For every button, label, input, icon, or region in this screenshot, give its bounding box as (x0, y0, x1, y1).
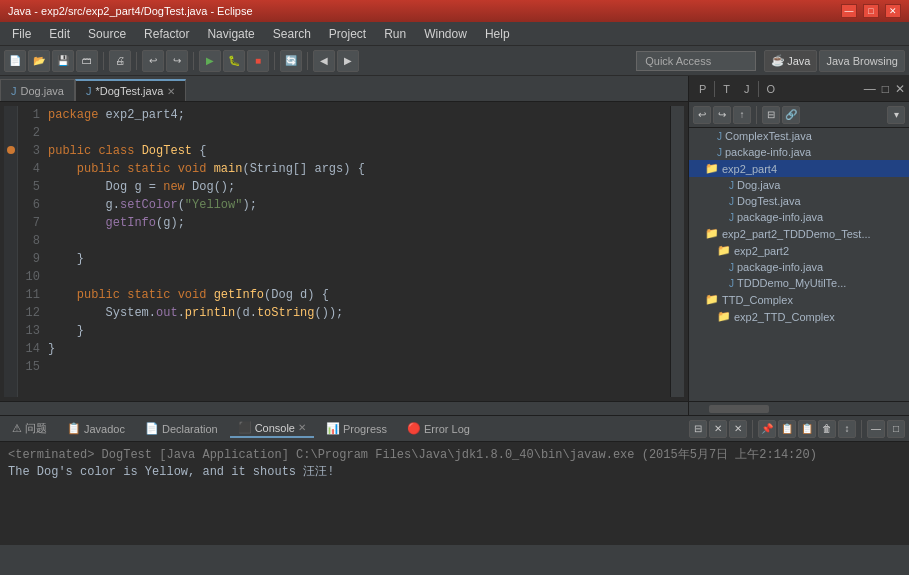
tb-new[interactable]: 📄 (4, 50, 26, 72)
menu-help[interactable]: Help (477, 23, 518, 45)
java-browsing-label: Java Browsing (826, 55, 898, 67)
tb-back[interactable]: ◀ (313, 50, 335, 72)
menu-source[interactable]: Source (80, 23, 134, 45)
tb-print[interactable]: 🖨 (109, 50, 131, 72)
tb-forward[interactable]: ▶ (337, 50, 359, 72)
console-tab-errorlog[interactable]: 🔴 Error Log (399, 420, 478, 437)
console-tb-scroll[interactable]: ↕ (838, 420, 856, 438)
pkg-item-complextest[interactable]: J ComplexTest.java (689, 128, 909, 144)
menu-refactor[interactable]: Refactor (136, 23, 197, 45)
console-tb-paste[interactable]: 📋 (798, 420, 816, 438)
editor-hscrollbar[interactable] (0, 401, 688, 415)
console-tab-progress[interactable]: 📊 Progress (318, 420, 395, 437)
rpanel-tb-forward[interactable]: ↪ (713, 106, 731, 124)
minimize-button[interactable]: — (841, 4, 857, 18)
console-close-icon[interactable]: ✕ (298, 422, 306, 433)
console-tab-declaration[interactable]: 📄 Declaration (137, 420, 226, 437)
maximize-button[interactable]: □ (863, 4, 879, 18)
console-tb-pin[interactable]: 📌 (758, 420, 776, 438)
pkg-item-tdddemo[interactable]: J TDDDemo_MyUtilTe... (689, 275, 909, 291)
code-content[interactable]: package exp2_part4; public class DogTest… (48, 106, 670, 397)
console-tab-javadoc[interactable]: 📋 Javadoc (59, 420, 133, 437)
console-area: ⚠ 问题 📋 Javadoc 📄 Declaration ⬛ Console ✕… (0, 415, 909, 545)
tb-save[interactable]: 💾 (52, 50, 74, 72)
console-tb-1[interactable]: ⊟ (689, 420, 707, 438)
console-tb-min[interactable]: — (867, 420, 885, 438)
titlebar-controls: — □ ✕ (841, 4, 901, 18)
tb-java-persp[interactable]: ☕ Java (764, 50, 817, 72)
pkg-item-package-info-1[interactable]: J package-info.java (689, 144, 909, 160)
console-tb-3[interactable]: ✕ (729, 420, 747, 438)
console-tab-console[interactable]: ⬛ Console ✕ (230, 419, 314, 438)
pkg-item-package-info-2[interactable]: J package-info.java (689, 209, 909, 225)
rpanel-tb-menu[interactable]: ▾ (887, 106, 905, 124)
rpanel-maximize[interactable]: □ (882, 82, 889, 96)
package-info-3-label: package-info.java (737, 261, 823, 273)
rpanel-tb-up[interactable]: ↑ (733, 106, 751, 124)
console-tb-copy[interactable]: 📋 (778, 420, 796, 438)
menu-edit[interactable]: Edit (41, 23, 78, 45)
pkg-item-exp2part2[interactable]: 📁 exp2_part2 (689, 242, 909, 259)
menu-project[interactable]: Project (321, 23, 374, 45)
console-tb-clear[interactable]: 🗑 (818, 420, 836, 438)
java-icon-dogtest: J (729, 196, 734, 207)
rpanel-hscroll-thumb[interactable] (709, 405, 769, 413)
tb-redo[interactable]: ↪ (166, 50, 188, 72)
titlebar: Java - exp2/src/exp2_part4/DogTest.java … (0, 0, 909, 22)
menu-search[interactable]: Search (265, 23, 319, 45)
editor-vscrollbar[interactable] (670, 106, 684, 397)
tb-stop[interactable]: ■ (247, 50, 269, 72)
console-tab-wenti[interactable]: ⚠ 问题 (4, 419, 55, 438)
rpanel-close[interactable]: ✕ (895, 82, 905, 96)
menu-navigate[interactable]: Navigate (199, 23, 262, 45)
menu-window[interactable]: Window (416, 23, 475, 45)
console-sep2 (861, 420, 862, 438)
pkg-item-ttdcomplex[interactable]: 📁 TTD_Complex (689, 291, 909, 308)
rpanel-tab-p[interactable]: P (693, 81, 712, 97)
pkg-item-package-info-3[interactable]: J package-info.java (689, 259, 909, 275)
tb-refresh[interactable]: 🔄 (280, 50, 302, 72)
tab-dogtest-close[interactable]: ✕ (167, 86, 175, 97)
package-explorer: J ComplexTest.java J package-info.java 📁… (689, 128, 909, 401)
rpanel-tab-t[interactable]: T (717, 81, 736, 97)
console-tb-max[interactable]: □ (887, 420, 905, 438)
sep1 (103, 52, 104, 70)
menu-file[interactable]: File (4, 23, 39, 45)
console-icon: ⬛ (238, 421, 252, 434)
dogtest-java-label: DogTest.java (737, 195, 801, 207)
tb-save-all[interactable]: 🗃 (76, 50, 98, 72)
rpanel-hscroll[interactable] (689, 401, 909, 415)
tb-java-browsing-persp[interactable]: Java Browsing (819, 50, 905, 72)
sep4 (274, 52, 275, 70)
menu-run[interactable]: Run (376, 23, 414, 45)
rpanel-tab-o[interactable]: O (761, 81, 782, 97)
tb-debug[interactable]: 🐛 (223, 50, 245, 72)
right-panel: P T J O — □ ✕ ↩ ↪ ↑ ⊟ 🔗 ▾ J ComplexTe (689, 76, 909, 415)
rpanel-tb-collapse[interactable]: ⊟ (762, 106, 780, 124)
rpanel-tb-link[interactable]: 🔗 (782, 106, 800, 124)
pkg-item-dog-java[interactable]: J Dog.java (689, 177, 909, 193)
tab-dog-java-label: Dog.java (21, 85, 64, 97)
pkg-item-exp2part2tdd[interactable]: 📁 exp2_part2_TDDDemo_Test... (689, 225, 909, 242)
pkg-item-exp2ttd[interactable]: 📁 exp2_TTD_Complex (689, 308, 909, 325)
folder-icon-exp2tdd: 📁 (705, 227, 719, 240)
rpanel-tb-back[interactable]: ↩ (693, 106, 711, 124)
pkg-item-dogtest-java[interactable]: J DogTest.java (689, 193, 909, 209)
tb-open[interactable]: 📂 (28, 50, 50, 72)
tb-undo[interactable]: ↩ (142, 50, 164, 72)
tab-dogtest-java[interactable]: J *DogTest.java ✕ (75, 79, 186, 101)
folder-icon-exp2ttd: 📁 (717, 310, 731, 323)
tb-run[interactable]: ▶ (199, 50, 221, 72)
close-button[interactable]: ✕ (885, 4, 901, 18)
java-icon-tdddemo: J (729, 278, 734, 289)
javadoc-label: Javadoc (84, 423, 125, 435)
rpanel-tab-j[interactable]: J (738, 81, 756, 97)
console-tb-2[interactable]: ✕ (709, 420, 727, 438)
sep2 (136, 52, 137, 70)
toolbar: 📄 📂 💾 🗃 🖨 ↩ ↪ ▶ 🐛 ■ 🔄 ◀ ▶ Quick Access ☕… (0, 46, 909, 76)
quick-access-field[interactable]: Quick Access (636, 51, 756, 71)
rpanel-toolbar: ↩ ↪ ↑ ⊟ 🔗 ▾ (689, 102, 909, 128)
tab-dog-java[interactable]: J Dog.java (0, 79, 75, 101)
rpanel-minimize[interactable]: — (864, 82, 876, 96)
pkg-item-exp2part4[interactable]: 📁 exp2_part4 (689, 160, 909, 177)
